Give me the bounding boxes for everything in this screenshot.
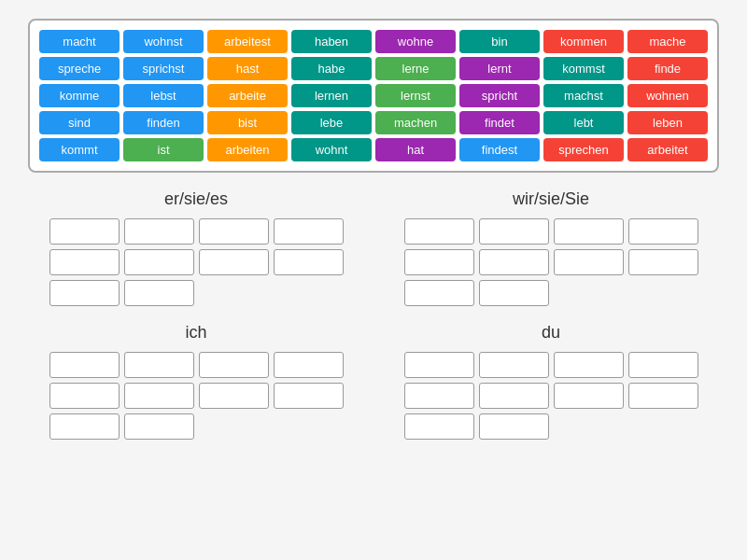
word-chip[interactable]: arbeitest <box>207 30 288 53</box>
word-chip[interactable]: ist <box>123 138 204 161</box>
drop-cell[interactable] <box>124 352 194 378</box>
word-chip[interactable]: kommt <box>39 138 120 161</box>
drop-cell[interactable] <box>274 352 344 378</box>
label-du: du <box>542 323 560 343</box>
word-chip[interactable]: arbeite <box>207 84 288 107</box>
drop-cell[interactable] <box>404 413 474 440</box>
word-chip[interactable]: wohnst <box>123 30 204 53</box>
drop-zones-area-2: ich du <box>28 323 719 440</box>
drop-cell[interactable] <box>124 280 194 306</box>
word-chip[interactable]: habe <box>291 57 372 80</box>
drop-cell[interactable] <box>124 413 194 440</box>
du-grid <box>404 352 698 440</box>
word-chip[interactable]: findest <box>459 138 540 161</box>
drop-zones-area: er/sie/es wir/sie/Sie <box>28 189 719 306</box>
drop-cell[interactable] <box>479 218 549 245</box>
drop-cell[interactable] <box>479 280 549 306</box>
word-chip[interactable]: spreche <box>39 57 120 80</box>
word-chip[interactable]: mache <box>627 30 708 53</box>
drop-cell[interactable] <box>479 383 549 409</box>
word-chip[interactable]: arbeitet <box>627 138 708 161</box>
word-chip[interactable]: finde <box>627 57 708 80</box>
drop-cell[interactable] <box>479 249 549 275</box>
drop-cell[interactable] <box>274 249 344 275</box>
word-chip[interactable]: lebt <box>543 111 624 134</box>
word-chip[interactable]: hat <box>375 138 456 161</box>
drop-cell[interactable] <box>554 352 624 378</box>
section-du: du <box>383 323 719 440</box>
drop-cell[interactable] <box>404 383 474 409</box>
word-chip[interactable]: lebst <box>123 84 204 107</box>
drop-cell[interactable] <box>554 249 624 275</box>
drop-cell[interactable] <box>124 383 194 409</box>
drop-cell[interactable] <box>479 413 549 440</box>
word-chip[interactable]: finden <box>123 111 204 134</box>
word-chip[interactable]: wohne <box>375 30 456 53</box>
section-ich: ich <box>28 323 364 440</box>
drop-cell[interactable] <box>628 352 698 378</box>
word-chip[interactable]: findet <box>459 111 540 134</box>
word-chip[interactable]: lernt <box>459 57 540 80</box>
drop-cell[interactable] <box>404 280 474 306</box>
label-wir-sie-sie: wir/sie/Sie <box>513 189 589 209</box>
drop-cell[interactable] <box>554 383 624 409</box>
er-sie-grid <box>49 218 344 306</box>
drop-cell[interactable] <box>49 383 120 409</box>
drop-cell[interactable] <box>274 218 344 245</box>
word-chip[interactable]: sprechen <box>543 138 624 161</box>
drop-cell[interactable] <box>49 280 120 306</box>
drop-cell[interactable] <box>628 249 698 275</box>
section-er-sie-es: er/sie/es <box>28 189 364 306</box>
word-chip[interactable]: lerne <box>375 57 456 80</box>
drop-cell[interactable] <box>124 249 194 275</box>
word-chip[interactable]: wohnt <box>291 138 372 161</box>
word-bank: machtwohnstarbeitesthabenwohnebinkommenm… <box>28 19 719 173</box>
wir-sie-grid <box>404 218 698 306</box>
word-chip[interactable]: machst <box>543 84 624 107</box>
drop-cell[interactable] <box>628 218 698 245</box>
drop-cell[interactable] <box>404 249 474 275</box>
word-chip[interactable]: komme <box>39 84 120 107</box>
word-chip[interactable]: lebe <box>291 111 372 134</box>
word-chip[interactable]: spricht <box>459 84 540 107</box>
drop-cell[interactable] <box>199 218 269 245</box>
drop-cell[interactable] <box>49 413 120 440</box>
word-chip[interactable]: bin <box>459 30 540 53</box>
drop-cell[interactable] <box>199 383 269 409</box>
word-chip[interactable]: sind <box>39 111 120 134</box>
drop-cell[interactable] <box>479 352 549 378</box>
drop-cell[interactable] <box>404 218 474 245</box>
word-chip[interactable]: kommen <box>543 30 624 53</box>
word-chip[interactable]: lernen <box>291 84 372 107</box>
drop-cell[interactable] <box>628 383 698 409</box>
word-chip[interactable]: leben <box>627 111 708 134</box>
drop-cell[interactable] <box>554 218 624 245</box>
word-chip[interactable]: arbeiten <box>207 138 288 161</box>
word-chip[interactable]: haben <box>291 30 372 53</box>
word-chip[interactable]: bist <box>207 111 288 134</box>
drop-cell[interactable] <box>199 352 269 378</box>
word-chip[interactable]: hast <box>207 57 288 80</box>
label-ich: ich <box>185 323 206 343</box>
word-chip[interactable]: macht <box>39 30 120 53</box>
word-chip[interactable]: lernst <box>375 84 456 107</box>
drop-cell[interactable] <box>49 218 120 245</box>
drop-cell[interactable] <box>124 218 194 245</box>
ich-grid <box>49 352 344 440</box>
drop-cell[interactable] <box>49 352 120 378</box>
drop-cell[interactable] <box>274 383 344 409</box>
drop-cell[interactable] <box>404 352 474 378</box>
word-chip[interactable]: kommst <box>543 57 624 80</box>
word-chip[interactable]: machen <box>375 111 456 134</box>
drop-cell[interactable] <box>49 249 120 275</box>
section-wir-sie-sie: wir/sie/Sie <box>383 189 719 306</box>
label-er-sie-es: er/sie/es <box>164 189 228 209</box>
word-chip[interactable]: sprichst <box>123 57 204 80</box>
word-chip[interactable]: wohnen <box>627 84 708 107</box>
drop-cell[interactable] <box>199 249 269 275</box>
